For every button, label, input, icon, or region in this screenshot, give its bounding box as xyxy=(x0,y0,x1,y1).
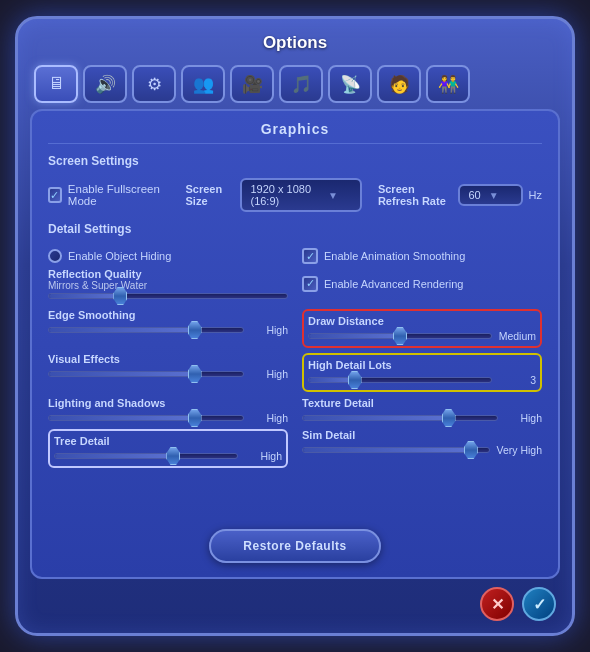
sim-detail-slider-row: Very High xyxy=(302,444,542,456)
advanced-rendering-row: ✓ Enable Advanced Rendering xyxy=(302,268,542,299)
visual-effects-value: High xyxy=(250,368,288,380)
texture-detail-value: High xyxy=(504,412,542,424)
advanced-rendering-checkbox[interactable]: ✓ xyxy=(302,276,318,292)
animation-smoothing-row: ✓ Enable Animation Smoothing xyxy=(302,248,542,264)
tab-friends[interactable]: 👫 xyxy=(426,65,470,103)
fullscreen-checkbox-label[interactable]: ✓ Enable Fullscreen Mode xyxy=(48,183,169,207)
refresh-rate-group: Screen Refresh Rate 60 ▼ Hz xyxy=(378,183,542,207)
edge-smoothing-fill xyxy=(49,328,195,332)
screen-row: ✓ Enable Fullscreen Mode Screen Size 192… xyxy=(48,178,542,212)
edge-smoothing-slider-row: High xyxy=(48,324,288,336)
screen-settings-label: Screen Settings xyxy=(48,154,542,168)
screen-size-value: 1920 x 1080 (16:9) xyxy=(250,183,320,207)
tree-detail-value: High xyxy=(244,450,282,462)
texture-detail-item: Texture Detail High xyxy=(302,397,542,424)
tab-gameplay[interactable]: ⚙ xyxy=(132,65,176,103)
visual-effects-fill xyxy=(49,372,195,376)
refresh-rate-dropdown[interactable]: 60 ▼ xyxy=(458,184,522,206)
detail-settings-label: Detail Settings xyxy=(48,222,542,236)
advanced-rendering-label: Enable Advanced Rendering xyxy=(324,278,463,290)
edge-smoothing-thumb[interactable] xyxy=(188,321,202,339)
sim-detail-thumb[interactable] xyxy=(464,441,478,459)
tab-camera[interactable]: 🎥 xyxy=(230,65,274,103)
enable-object-hiding-row: Enable Object Hiding xyxy=(48,248,288,264)
visual-effects-track[interactable] xyxy=(48,371,244,377)
lighting-shadows-value: High xyxy=(250,412,288,424)
high-detail-lots-track[interactable] xyxy=(308,377,492,383)
tree-detail-fill xyxy=(55,454,173,458)
reflection-quality-track[interactable] xyxy=(48,293,288,299)
draw-distance-value: Medium xyxy=(498,330,536,342)
screen-size-arrow: ▼ xyxy=(328,190,338,201)
texture-detail-thumb[interactable] xyxy=(442,409,456,427)
draw-distance-highlighted: Draw Distance Medium xyxy=(302,309,542,348)
tab-social[interactable]: 👥 xyxy=(181,65,225,103)
high-detail-lots-item: High Detail Lots 3 xyxy=(308,359,536,386)
tree-detail-thumb[interactable] xyxy=(166,447,180,465)
lighting-shadows-label: Lighting and Shadows xyxy=(48,397,288,409)
lighting-shadows-track[interactable] xyxy=(48,415,244,421)
lighting-shadows-thumb[interactable] xyxy=(188,409,202,427)
options-window: Options 🖥 🔊 ⚙ 👥 🎥 🎵 📡 🧑 👫 Graphics Scree… xyxy=(15,16,575,636)
tree-detail-track[interactable] xyxy=(54,453,238,459)
edge-smoothing-item: Edge Smoothing High xyxy=(48,309,288,348)
high-detail-lots-label: High Detail Lots xyxy=(308,359,536,371)
restore-defaults-button[interactable]: Restore Defaults xyxy=(209,529,380,563)
refresh-rate-value: 60 xyxy=(468,189,480,201)
tree-detail-item: Tree Detail High xyxy=(54,435,282,462)
enable-object-hiding-label: Enable Object Hiding xyxy=(68,250,171,262)
visual-effects-thumb[interactable] xyxy=(188,365,202,383)
screen-size-label: Screen Size xyxy=(185,183,234,207)
draw-distance-label: Draw Distance xyxy=(308,315,536,327)
animation-smoothing-checkbox[interactable]: ✓ xyxy=(302,248,318,264)
reflection-quality-slider-row xyxy=(48,293,288,299)
high-detail-lots-thumb[interactable] xyxy=(348,371,362,389)
section-title: Graphics xyxy=(48,121,542,144)
content-panel: Graphics Screen Settings ✓ Enable Fullsc… xyxy=(30,109,560,579)
tree-detail-slider-row: High xyxy=(54,450,282,462)
tab-audio[interactable]: 🔊 xyxy=(83,65,127,103)
lighting-shadows-slider-row: High xyxy=(48,412,288,424)
texture-detail-slider-row: High xyxy=(302,412,542,424)
tab-music[interactable]: 🎵 xyxy=(279,65,323,103)
window-title: Options xyxy=(30,29,560,59)
visual-effects-item: Visual Effects High xyxy=(48,353,288,392)
animation-smoothing-label: Enable Animation Smoothing xyxy=(324,250,465,262)
screen-settings: Screen Settings ✓ Enable Fullscreen Mode… xyxy=(48,154,542,212)
sim-detail-value: Very High xyxy=(496,444,542,456)
screen-size-dropdown[interactable]: 1920 x 1080 (16:9) ▼ xyxy=(240,178,361,212)
texture-detail-track[interactable] xyxy=(302,415,498,421)
high-detail-lots-highlighted: High Detail Lots 3 xyxy=(302,353,542,392)
sim-detail-track[interactable] xyxy=(302,447,490,453)
screen-size-group: Screen Size 1920 x 1080 (16:9) ▼ xyxy=(185,178,361,212)
edge-smoothing-track[interactable] xyxy=(48,327,244,333)
detail-settings: Detail Settings Enable Object Hiding ✓ E… xyxy=(48,222,542,519)
sim-detail-fill xyxy=(303,448,471,452)
visual-effects-slider-row: High xyxy=(48,368,288,380)
sim-detail-label: Sim Detail xyxy=(302,429,542,441)
hz-label: Hz xyxy=(529,189,542,201)
fullscreen-checkbox[interactable]: ✓ xyxy=(48,187,62,203)
tab-network[interactable]: 📡 xyxy=(328,65,372,103)
refresh-rate-arrow: ▼ xyxy=(489,190,499,201)
confirm-button[interactable]: ✓ xyxy=(522,587,556,621)
fullscreen-label: Enable Fullscreen Mode xyxy=(68,183,170,207)
tab-characters[interactable]: 🧑 xyxy=(377,65,421,103)
reflection-quality-fill xyxy=(49,294,120,298)
tab-bar: 🖥 🔊 ⚙ 👥 🎥 🎵 📡 🧑 👫 xyxy=(30,65,560,103)
texture-detail-label: Texture Detail xyxy=(302,397,542,409)
high-detail-lots-slider-row: 3 xyxy=(308,374,536,386)
tab-graphics[interactable]: 🖥 xyxy=(34,65,78,103)
reflection-quality-sublabel: Mirrors & Super Water xyxy=(48,280,288,291)
sim-detail-item: Sim Detail Very High xyxy=(302,429,542,468)
enable-object-hiding-checkbox[interactable] xyxy=(48,249,62,263)
refresh-rate-label: Screen Refresh Rate xyxy=(378,183,452,207)
draw-distance-thumb[interactable] xyxy=(393,327,407,345)
draw-distance-item: Draw Distance Medium xyxy=(308,315,536,342)
cancel-button[interactable]: ✕ xyxy=(480,587,514,621)
draw-distance-track[interactable] xyxy=(308,333,492,339)
lighting-shadows-fill xyxy=(49,416,195,420)
draw-distance-slider-row: Medium xyxy=(308,330,536,342)
tree-detail-label: Tree Detail xyxy=(54,435,282,447)
lighting-shadows-item: Lighting and Shadows High xyxy=(48,397,288,424)
